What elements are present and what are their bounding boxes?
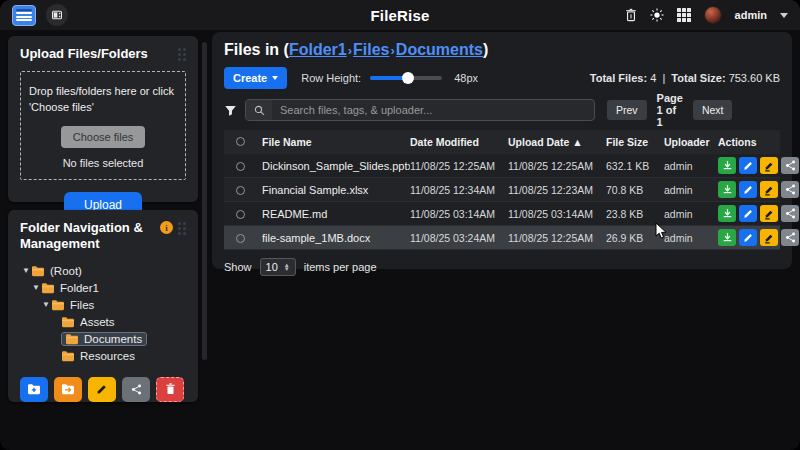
- table-header-row: File NameDate ModifiedUpload Date ▲File …: [224, 130, 780, 154]
- panel-toggle-icon: [51, 9, 63, 21]
- breadcrumb-link-folder1[interactable]: Folder1: [289, 41, 347, 58]
- filter-icon[interactable]: [224, 104, 237, 117]
- folder-move-icon: [61, 383, 75, 395]
- tree-item-resources[interactable]: Resources: [20, 348, 186, 364]
- file-name[interactable]: README.md: [262, 208, 410, 220]
- apps-grid-icon[interactable]: [677, 8, 691, 22]
- download-button[interactable]: [718, 181, 736, 198]
- next-page-button[interactable]: Next: [693, 100, 733, 120]
- folder-icon: [41, 282, 55, 294]
- row-actions: [718, 157, 799, 174]
- row-checkbox[interactable]: [236, 210, 245, 219]
- tree-item-files[interactable]: ▼Files: [20, 297, 186, 313]
- tree-item-assets[interactable]: Assets: [20, 314, 186, 330]
- folder-icon: [65, 333, 79, 345]
- breadcrumb-link-documents[interactable]: Documents: [396, 41, 483, 58]
- top-bar: FileRise admin: [0, 0, 800, 30]
- marker-icon: [763, 160, 775, 172]
- create-folder-button[interactable]: [20, 377, 48, 402]
- prev-page-button[interactable]: Prev: [607, 100, 647, 120]
- filerise-logo-icon[interactable]: [12, 5, 36, 26]
- mouse-cursor: [655, 222, 669, 240]
- tree-caret-icon[interactable]: ▼: [42, 300, 51, 309]
- drag-handle-icon[interactable]: [178, 48, 186, 61]
- row-height-slider[interactable]: [370, 76, 442, 80]
- row-height-value: 48px: [454, 72, 478, 84]
- tree-item-root[interactable]: ▼(Root): [20, 263, 186, 279]
- edit-button[interactable]: [739, 157, 757, 174]
- column-header-date-modified[interactable]: Date Modified: [410, 136, 508, 148]
- tree-caret-icon[interactable]: ▼: [22, 266, 31, 275]
- file-name[interactable]: Dickinson_Sample_Slides.pptx: [262, 160, 410, 172]
- items-per-page-label: items per page: [304, 261, 377, 273]
- table-row[interactable]: README.md11/08/25 03:14AM11/08/25 03:14A…: [224, 202, 780, 226]
- breadcrumb-link-files[interactable]: Files: [353, 41, 389, 58]
- panel-toggle-button[interactable]: [46, 4, 68, 26]
- file-size: 23.8 KB: [606, 208, 664, 220]
- share-icon: [131, 384, 142, 395]
- table-row[interactable]: Financial Sample.xlsx11/08/25 12:34AM11/…: [224, 178, 780, 202]
- column-header-file-size[interactable]: File Size: [606, 136, 664, 148]
- tree-item-folder1[interactable]: ▼Folder1: [20, 280, 186, 296]
- folder-tree: ▼(Root)▼Folder1▼FilesAssetsDocumentsReso…: [20, 263, 186, 364]
- share-button[interactable]: [781, 229, 799, 246]
- brightness-icon[interactable]: [650, 8, 664, 22]
- share-button[interactable]: [781, 157, 799, 174]
- move-folder-button[interactable]: [54, 377, 82, 402]
- user-avatar[interactable]: [704, 6, 722, 24]
- share-icon: [785, 232, 796, 243]
- edit-button[interactable]: [739, 205, 757, 222]
- row-actions: [718, 229, 799, 246]
- row-checkbox[interactable]: [236, 186, 245, 195]
- tree-caret-icon[interactable]: ▼: [32, 283, 41, 292]
- info-icon[interactable]: i: [160, 221, 173, 234]
- create-button[interactable]: Create: [224, 67, 287, 89]
- folder-icon: [61, 350, 75, 362]
- column-header-actions[interactable]: Actions: [718, 136, 770, 148]
- user-name[interactable]: admin: [735, 9, 767, 21]
- file-toolbar: Create Row Height: 48px Total Files: 4 |…: [224, 67, 780, 89]
- tree-item-documents[interactable]: Documents: [20, 331, 186, 347]
- download-button[interactable]: [718, 157, 736, 174]
- trash-icon[interactable]: [625, 8, 637, 22]
- file-name[interactable]: Financial Sample.xlsx: [262, 184, 410, 196]
- column-header-uploader[interactable]: Uploader: [664, 136, 718, 148]
- column-header-file-name[interactable]: File Name: [262, 136, 410, 148]
- user-menu-caret-icon[interactable]: [780, 13, 788, 18]
- table-row[interactable]: file-sample_1MB.docx11/08/25 03:24AM11/0…: [224, 226, 780, 250]
- date-modified: 11/08/25 12:34AM: [410, 184, 508, 196]
- rename-folder-button[interactable]: [88, 377, 116, 402]
- row-checkbox[interactable]: [236, 234, 245, 243]
- edit-button[interactable]: [739, 181, 757, 198]
- download-button[interactable]: [718, 229, 736, 246]
- rename-button[interactable]: [760, 205, 778, 222]
- download-button[interactable]: [718, 205, 736, 222]
- rename-button[interactable]: [760, 229, 778, 246]
- upload-dropzone[interactable]: Drop files/folders here or click 'Choose…: [20, 71, 186, 180]
- rename-button[interactable]: [760, 157, 778, 174]
- drag-handle-icon[interactable]: [178, 222, 186, 235]
- pencil-icon: [743, 160, 754, 171]
- pencil-icon: [743, 232, 754, 243]
- select-all-checkbox[interactable]: [236, 137, 245, 146]
- date-modified: 11/08/25 03:14AM: [410, 208, 508, 220]
- download-icon: [722, 232, 733, 243]
- table-row[interactable]: Dickinson_Sample_Slides.pptx11/08/25 12:…: [224, 154, 780, 178]
- choose-files-button[interactable]: Choose files: [61, 126, 146, 148]
- share-button[interactable]: [781, 181, 799, 198]
- file-name[interactable]: file-sample_1MB.docx: [262, 232, 410, 244]
- items-per-page-select[interactable]: 10 ▲▼: [260, 258, 296, 276]
- edit-button[interactable]: [739, 229, 757, 246]
- folder-actions-toolbar: [20, 377, 186, 402]
- column-header-upload-date[interactable]: Upload Date ▲: [508, 136, 606, 148]
- no-files-selected-text: No files selected: [29, 157, 177, 169]
- delete-folder-button[interactable]: [156, 377, 184, 402]
- scrollbar[interactable]: [202, 42, 207, 360]
- row-actions: [718, 181, 799, 198]
- row-checkbox[interactable]: [236, 162, 245, 171]
- search-input[interactable]: [272, 104, 594, 116]
- share-button[interactable]: [781, 205, 799, 222]
- slider-thumb[interactable]: [402, 72, 414, 84]
- share-folder-button[interactable]: [122, 377, 150, 402]
- rename-button[interactable]: [760, 181, 778, 198]
